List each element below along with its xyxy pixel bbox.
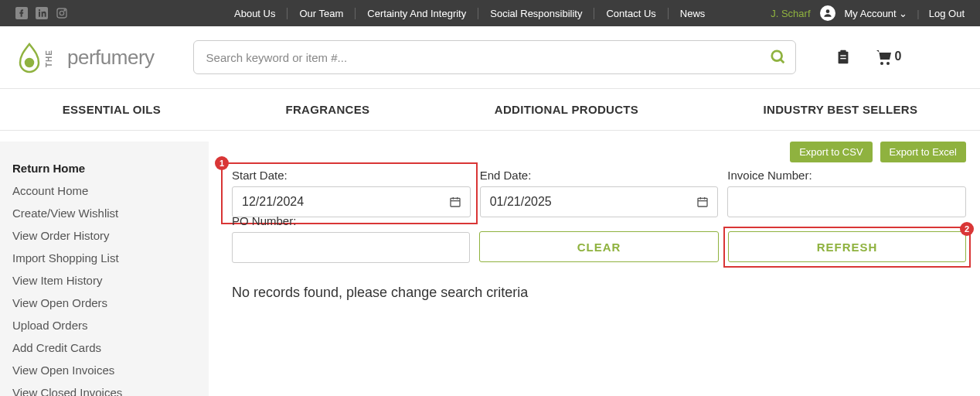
top-nav: About Us Our Team Certainty And Integrit… [223,8,716,19]
export-excel-button[interactable]: Export to Excel [880,142,966,162]
svg-point-5 [825,9,829,13]
svg-rect-11 [840,55,846,56]
sidebar-item-open-orders[interactable]: View Open Orders [0,292,209,314]
sidebar-item-return-home[interactable]: Return Home [0,157,209,179]
refresh-col: REFRESH 2 [728,231,966,263]
nav-fragrances[interactable]: FRAGRANCES [286,103,370,116]
chevron-down-icon: ⌄ [899,8,907,19]
search-icon [770,49,787,66]
po-input[interactable] [232,232,470,263]
svg-rect-12 [840,58,846,59]
start-date-label: Start Date: [232,169,471,182]
export-row: Export to CSV Export to Excel [232,142,980,162]
end-date-col: End Date: [480,169,719,217]
svg-point-3 [60,11,63,15]
svg-line-8 [780,60,784,63]
filter-row-1: Start Date: 1 End Date: [232,169,980,217]
refresh-button[interactable]: REFRESH [728,231,966,262]
svg-point-6 [26,59,33,67]
sidebar-item-closed-invoices[interactable]: View Closed Invoices [0,381,209,396]
start-date-col: Start Date: 1 [232,169,471,217]
nav-additional[interactable]: ADDITIONAL PRODUCTS [495,103,638,116]
sidebar-item-import-list[interactable]: Import Shopping List [0,247,209,269]
linkedin-icon[interactable] [36,7,48,19]
logo-text: THEperfumery [49,46,155,70]
svg-point-13 [880,62,883,65]
main-nav: ESSENTIAL OILS FRAGRANCES ADDITIONAL PRO… [0,88,980,131]
cart-count: 0 [895,50,902,63]
annotation-badge-1: 1 [215,156,229,170]
social-icons [15,7,68,19]
search-input[interactable] [193,40,796,74]
sidebar-item-wishlist[interactable]: Create/View Wishlist [0,202,209,224]
topnav-about[interactable]: About Us [223,8,288,19]
sidebar-item-item-history[interactable]: View Item History [0,269,209,292]
filter-row-2: PO Number: CLEAR REFRESH 2 [232,231,980,263]
logo-drop-icon [15,41,43,73]
header-icons: 0 [835,49,902,66]
export-csv-button[interactable]: Export to CSV [790,142,872,162]
main-panel: Export to CSV Export to Excel Start Date… [209,142,980,396]
clipboard-icon[interactable] [835,49,852,66]
logo[interactable]: THEperfumery [15,41,155,73]
sidebar-item-order-history[interactable]: View Order History [0,224,209,247]
svg-rect-9 [838,52,848,64]
topnav-integrity[interactable]: Certainty And Integrity [356,8,478,19]
clear-button[interactable]: CLEAR [479,231,719,262]
svg-point-4 [64,10,65,11]
sidebar: Return Home Account Home Create/View Wis… [0,142,209,396]
sidebar-item-credit-cards[interactable]: Add Credit Cards [0,336,209,359]
divider: | [917,8,919,19]
top-right: J. Scharf My Account ⌄ | Log Out [771,5,965,21]
invoice-input[interactable] [727,186,966,217]
cart-button[interactable]: 0 [875,49,902,66]
topnav-social[interactable]: Social Responsibility [478,8,594,19]
po-label: PO Number: [232,214,470,227]
instagram-icon[interactable] [56,7,68,19]
nav-essential-oils[interactable]: ESSENTIAL OILS [63,103,161,116]
header: THEperfumery 0 [0,26,980,88]
annotation-badge-2: 2 [960,222,974,236]
sidebar-item-upload-orders[interactable]: Upload Orders [0,314,209,336]
nav-bestsellers[interactable]: INDUSTRY BEST SELLERS [764,103,918,116]
no-records-message: No records found, please change search c… [232,285,980,301]
topnav-contact[interactable]: Contact Us [594,8,668,19]
start-date-input[interactable] [232,186,471,217]
end-date-label: End Date: [480,169,719,182]
user-icon[interactable] [820,5,835,21]
my-account-link[interactable]: My Account ⌄ [845,8,908,19]
sidebar-item-open-invoices[interactable]: View Open Invoices [0,359,209,381]
sidebar-item-account-home[interactable]: Account Home [0,179,209,202]
topnav-news[interactable]: News [669,8,717,19]
svg-rect-10 [840,50,846,53]
po-col: PO Number: [232,214,470,263]
topnav-team[interactable]: Our Team [288,8,356,19]
invoice-label: Invoice Number: [727,169,966,182]
svg-point-7 [771,51,781,61]
svg-point-14 [886,62,890,65]
search-button[interactable] [770,49,787,66]
content: Return Home Account Home Create/View Wis… [0,131,980,396]
logout-link[interactable]: Log Out [929,8,965,19]
topbar: About Us Our Team Certainty And Integrit… [0,0,980,26]
search-container [193,40,796,74]
username: J. Scharf [771,8,810,19]
facebook-icon[interactable] [15,7,28,19]
end-date-input[interactable] [480,186,719,217]
invoice-col: Invoice Number: [727,169,966,217]
